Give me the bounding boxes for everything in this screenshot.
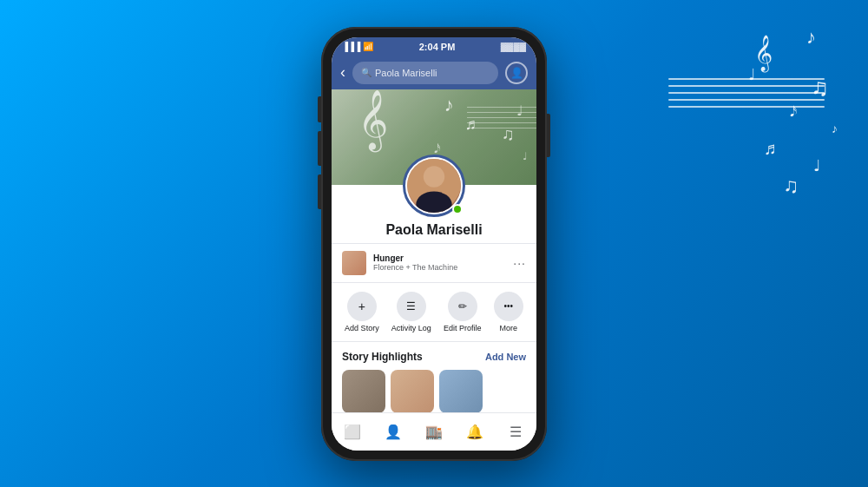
edit-profile-icon: ✏	[458, 300, 467, 313]
music-bar[interactable]: Hunger Florence + The Machine ···	[332, 243, 536, 283]
music-note-2: ♪	[806, 26, 816, 49]
search-text: Paola Mariselli	[375, 68, 437, 78]
music-note-8: ♩	[813, 156, 820, 175]
music-notes-right: 𝄞 ♪ ♩ ♫ 𝅘𝅥𝅯 ♪ ♬ ♩ ♫	[651, 26, 842, 286]
music-note-6: ♪	[832, 122, 838, 135]
music-note-9: ♫	[783, 174, 799, 198]
music-artist: Florence + The Machine	[373, 263, 457, 272]
svg-point-1	[424, 166, 444, 187]
add-story-button[interactable]: + Add Story	[345, 292, 379, 332]
nav-bar: ‹ 🔍 Paola Mariselli 👤	[332, 56, 536, 89]
staff-lines-right	[668, 78, 825, 113]
music-options-button[interactable]: ···	[513, 256, 526, 270]
power-button	[547, 114, 550, 157]
back-icon: ‹	[340, 63, 345, 81]
cover-note-1: ♪	[444, 94, 454, 116]
action-buttons: + Add Story ☰ Activity Log ✏	[332, 283, 536, 342]
bottom-nav-home[interactable]: ⬜	[332, 424, 372, 440]
phone-screen: ▐▐▐ 📶 2:04 PM ▓▓▓▓ ‹ 🔍 Paola Mariselli	[332, 37, 536, 451]
more-button[interactable]: ••• More	[494, 292, 523, 332]
more-label: More	[500, 324, 518, 332]
more-icon: •••	[504, 301, 514, 311]
cover-staff	[467, 107, 536, 133]
activity-log-icon: ☰	[406, 300, 416, 313]
activity-log-label: Activity Log	[391, 324, 431, 332]
avatar	[407, 159, 461, 213]
marketplace-icon: 🏬	[425, 424, 443, 440]
battery-icon: ▓▓▓▓	[501, 42, 526, 51]
story-item-1[interactable]	[342, 370, 385, 413]
wifi-icon: 📶	[363, 42, 373, 51]
music-title: Hunger	[373, 253, 457, 263]
volume-up-button	[318, 131, 321, 166]
activity-log-icon-circle: ☰	[397, 292, 426, 321]
music-thumbnail	[342, 251, 366, 275]
bottom-nav-profile[interactable]: 👤	[372, 424, 413, 440]
story-highlights: Story Highlights Add New	[332, 342, 536, 420]
nav-avatar-button[interactable]: 👤	[505, 62, 528, 84]
story-highlights-header: Story Highlights Add New	[342, 351, 526, 363]
bottom-nav-notifications[interactable]: 🔔	[455, 424, 496, 440]
status-bar: ▐▐▐ 📶 2:04 PM ▓▓▓▓	[332, 37, 536, 56]
profile-name: Paola Mariselli	[385, 222, 482, 238]
bottom-nav: ⬜ 👤 🏬 🔔 ☰	[332, 412, 536, 451]
edit-profile-label: Edit Profile	[444, 324, 482, 332]
status-bar-left: ▐▐▐ 📶	[342, 42, 373, 51]
add-story-icon-circle: +	[347, 292, 377, 321]
bell-icon: 🔔	[466, 424, 483, 440]
profile-icon: 👤	[385, 424, 402, 440]
back-button[interactable]: ‹	[340, 63, 345, 82]
edit-profile-icon-circle: ✏	[448, 292, 477, 321]
status-bar-right: ▓▓▓▓	[501, 42, 526, 51]
cover-note-5: ♩	[523, 150, 528, 162]
add-story-icon: +	[358, 299, 365, 313]
profile-section: Paola Mariselli Hunger Florence + The Ma…	[332, 185, 536, 420]
home-icon: ⬜	[344, 424, 361, 440]
treble-clef-icon: 𝄞	[358, 94, 388, 146]
music-note-7: ♬	[764, 139, 777, 159]
music-note-1: 𝄞	[754, 35, 773, 71]
add-new-button[interactable]: Add New	[485, 352, 526, 362]
story-item-3[interactable]	[439, 370, 483, 413]
phone: ▐▐▐ 📶 2:04 PM ▓▓▓▓ ‹ 🔍 Paola Mariselli	[321, 27, 547, 461]
activity-log-button[interactable]: ☰ Activity Log	[391, 292, 431, 332]
status-bar-time: 2:04 PM	[419, 42, 456, 52]
story-highlights-title: Story Highlights	[342, 351, 423, 363]
add-story-label: Add Story	[345, 324, 379, 332]
search-icon: 🔍	[361, 68, 372, 77]
menu-icon: ☰	[510, 424, 522, 440]
story-items	[342, 370, 526, 413]
phone-wrapper: ▐▐▐ 📶 2:04 PM ▓▓▓▓ ‹ 🔍 Paola Mariselli	[321, 27, 547, 461]
more-icon-circle: •••	[494, 292, 523, 321]
story-item-2[interactable]	[391, 370, 434, 413]
signal-icon: ▐▐▐	[342, 42, 360, 51]
music-note-3: ♩	[748, 65, 755, 84]
bottom-nav-menu[interactable]: ☰	[496, 424, 536, 440]
edit-profile-button[interactable]: ✏ Edit Profile	[444, 292, 482, 332]
music-info: Hunger Florence + The Machine	[373, 253, 457, 272]
mute-button	[318, 96, 321, 122]
music-bar-content: Hunger Florence + The Machine	[342, 251, 457, 275]
volume-down-button	[318, 174, 321, 209]
avatar-wrapper	[403, 155, 465, 217]
music-note-4: ♫	[811, 74, 829, 102]
online-indicator	[452, 204, 463, 214]
nav-avatar-icon: 👤	[510, 67, 523, 79]
search-bar[interactable]: 🔍 Paola Mariselli	[352, 62, 498, 84]
bottom-nav-marketplace[interactable]: 🏬	[413, 424, 454, 440]
